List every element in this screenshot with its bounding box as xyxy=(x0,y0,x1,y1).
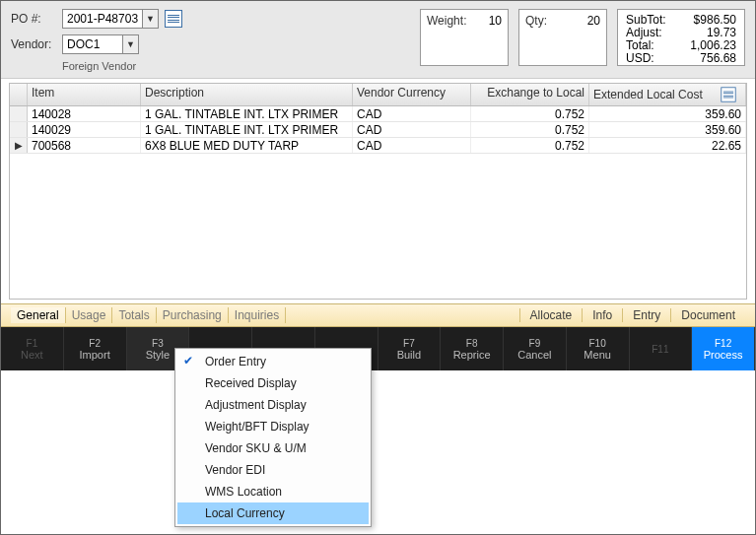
cell-vendor-currency: CAD xyxy=(353,122,471,137)
cell-item: 140028 xyxy=(28,106,141,121)
cancel-button[interactable]: F9Cancel xyxy=(504,327,567,370)
f11-button[interactable]: F11 xyxy=(630,327,693,370)
cell-item: 140029 xyxy=(28,122,141,137)
tab-purchasing[interactable]: Purchasing xyxy=(157,307,229,323)
cell-exchange: 0.752 xyxy=(471,138,589,153)
process-button[interactable]: F12Process xyxy=(692,327,755,370)
qty-label: Qty: xyxy=(525,14,547,28)
usd-label: USD: xyxy=(626,52,654,65)
import-button[interactable]: F2Import xyxy=(64,327,127,370)
cell-description: 1 GAL. TINTABLE INT. LTX PRIMER xyxy=(141,106,353,121)
weight-value: 10 xyxy=(489,14,502,28)
weight-box: Weight: 10 xyxy=(420,9,509,66)
table-row[interactable]: 1400281 GAL. TINTABLE INT. LTX PRIMERCAD… xyxy=(10,106,746,122)
action-document[interactable]: Document xyxy=(670,308,745,322)
vendor-label: Vendor: xyxy=(11,37,56,51)
weight-label: Weight: xyxy=(427,14,466,28)
menu-item-adjustment-display[interactable]: Adjustment Display xyxy=(177,394,369,416)
cell-exchange: 0.752 xyxy=(471,122,589,137)
menu-item-wms-location[interactable]: WMS Location xyxy=(177,481,369,502)
col-item[interactable]: Item xyxy=(28,84,141,105)
chevron-down-icon[interactable]: ▼ xyxy=(142,10,158,28)
qty-value: 20 xyxy=(587,14,600,28)
tab-general[interactable]: General xyxy=(11,307,66,323)
row-indicator: ▶ xyxy=(10,138,28,153)
col-exchange[interactable]: Exchange to Local xyxy=(471,84,589,105)
foreign-vendor-text: Foreign Vendor xyxy=(62,60,182,72)
col-description[interactable]: Description xyxy=(141,84,353,105)
qty-box: Qty: 20 xyxy=(518,9,607,66)
totals-box: SubTot:$986.50 Adjust:19.73 Total:1,006.… xyxy=(617,9,745,66)
table-row[interactable]: ▶7005686X8 BLUE MED DUTY TARPCAD0.75222.… xyxy=(10,138,746,154)
vendor-input[interactable] xyxy=(63,35,122,53)
usd-value: 756.68 xyxy=(700,52,736,65)
tab-totals[interactable]: Totals xyxy=(112,307,156,323)
cell-exchange: 0.752 xyxy=(471,106,589,121)
cell-extended: 22.65 xyxy=(589,138,746,153)
menu-button[interactable]: F10Menu xyxy=(567,327,630,370)
col-vendor-currency[interactable]: Vendor Currency xyxy=(353,84,471,105)
action-entry[interactable]: Entry xyxy=(622,308,670,322)
cell-description: 6X8 BLUE MED DUTY TARP xyxy=(141,138,353,153)
chevron-down-icon[interactable]: ▼ xyxy=(122,35,138,53)
po-input[interactable] xyxy=(63,10,142,28)
cell-description: 1 GAL. TINTABLE INT. LTX PRIMER xyxy=(141,122,353,137)
menu-item-weight-bft-display[interactable]: Weight/BFT Display xyxy=(177,416,369,437)
reprice-button[interactable]: F8Reprice xyxy=(441,327,504,370)
cell-item: 700568 xyxy=(28,138,141,153)
grid[interactable]: Item Description Vendor Currency Exchang… xyxy=(9,83,747,300)
cell-extended: 359.60 xyxy=(589,106,746,121)
menu-item-vendor-edi[interactable]: Vendor EDI xyxy=(177,459,369,481)
tab-inquiries[interactable]: Inquiries xyxy=(229,307,286,323)
check-icon: ✔ xyxy=(183,354,193,368)
list-icon[interactable] xyxy=(721,87,735,101)
menu-item-received-display[interactable]: Received Display xyxy=(177,372,369,394)
action-allocate[interactable]: Allocate xyxy=(519,308,583,322)
cell-vendor-currency: CAD xyxy=(353,138,471,153)
row-indicator xyxy=(10,122,28,137)
menu-item-vendor-sku-u-m[interactable]: Vendor SKU & U/M xyxy=(177,437,369,459)
list-icon[interactable] xyxy=(165,10,182,28)
po-combo[interactable]: ▼ xyxy=(62,9,159,29)
tab-usage[interactable]: Usage xyxy=(66,307,113,323)
vendor-combo[interactable]: ▼ xyxy=(62,34,139,54)
menu-item-order-entry[interactable]: ✔Order Entry xyxy=(177,351,369,372)
style-menu[interactable]: ✔Order EntryReceived DisplayAdjustment D… xyxy=(174,348,372,527)
action-info[interactable]: Info xyxy=(582,308,622,322)
cell-extended: 359.60 xyxy=(589,122,746,137)
row-indicator xyxy=(10,106,28,121)
next-button[interactable]: F1Next xyxy=(1,327,64,370)
po-label: PO #: xyxy=(11,12,56,26)
cell-vendor-currency: CAD xyxy=(353,106,471,121)
build-button[interactable]: F7Build xyxy=(378,327,442,370)
menu-item-local-currency[interactable]: Local Currency xyxy=(177,502,369,524)
table-row[interactable]: 1400291 GAL. TINTABLE INT. LTX PRIMERCAD… xyxy=(10,122,746,138)
col-extended[interactable]: Extended Local Cost xyxy=(593,88,703,101)
